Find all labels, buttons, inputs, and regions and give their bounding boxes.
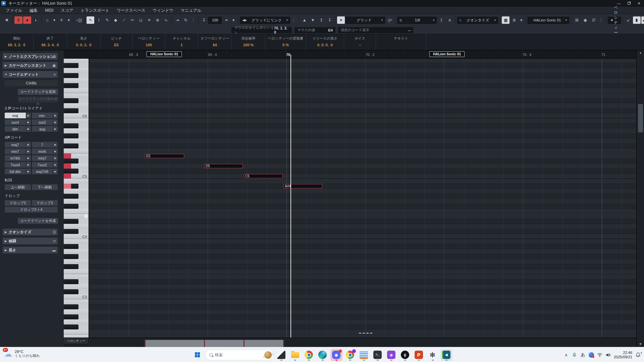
piano-key[interactable] bbox=[64, 299, 89, 304]
info-field-0[interactable]: 開始69. 3. 2. 0 bbox=[0, 34, 34, 50]
chord-button-7sus4[interactable]: 7sus4 bbox=[5, 162, 31, 168]
part-badge[interactable]: HALion Sonic 01 bbox=[147, 51, 182, 57]
piano-key[interactable] bbox=[64, 98, 78, 103]
piano-key[interactable] bbox=[64, 68, 89, 73]
velocity-bar[interactable] bbox=[145, 340, 146, 347]
chord-button-7sus2[interactable]: 7sus2 bbox=[32, 162, 58, 168]
solo-editor-button[interactable]: S bbox=[14, 16, 22, 24]
auto-scroll-button[interactable]: ⇥ bbox=[173, 16, 181, 24]
menu-item-3[interactable]: スコア bbox=[57, 7, 77, 14]
grid-link-select[interactable]: ◀▶グリッドにリンク▾ bbox=[240, 17, 290, 24]
piano-key[interactable] bbox=[64, 59, 89, 63]
piano-key[interactable] bbox=[64, 204, 78, 209]
show-note-exp-button[interactable]: ▦ bbox=[502, 16, 509, 24]
cc-lane-button[interactable]: ●ベロシティー bbox=[608, 17, 621, 24]
app-cubase[interactable]: ◀ bbox=[440, 349, 452, 361]
midi-note-A#4[interactable]: A#4 bbox=[283, 184, 322, 188]
chord-voicing-arrow-icon[interactable] bbox=[53, 113, 58, 118]
close-button[interactable]: ✕ bbox=[634, 0, 644, 7]
mouse-time-position-field[interactable]: マウスのタイムポジション 70. 1. 3. 0 bbox=[231, 27, 292, 33]
app-capture[interactable] bbox=[275, 349, 287, 361]
acoustic-feedback-button[interactable]: ◗ bbox=[32, 16, 40, 24]
menu-item-6[interactable]: ウィンドウ bbox=[149, 7, 177, 14]
piano-key[interactable] bbox=[64, 324, 78, 329]
chord-voicing-arrow-icon[interactable] bbox=[26, 148, 31, 154]
menu-item-5[interactable]: ワークスペース bbox=[113, 7, 149, 14]
length-quantize-select[interactable]: Lクオンタイズ▾ bbox=[457, 17, 498, 24]
piano-key[interactable] bbox=[64, 108, 78, 113]
search-box[interactable] bbox=[205, 350, 274, 360]
piano-key[interactable] bbox=[64, 189, 89, 194]
piano-key[interactable] bbox=[64, 63, 78, 68]
menu-item-7[interactable]: マニュアル bbox=[177, 7, 205, 14]
part-mode-caret-button[interactable]: ▾ bbox=[66, 16, 71, 24]
info-field-11[interactable]: テキスト bbox=[376, 34, 426, 50]
chord-button-sus2[interactable]: sus2 bbox=[32, 119, 58, 125]
info-field-4[interactable]: ベロシティー100 bbox=[132, 34, 165, 50]
speaker-icon[interactable] bbox=[605, 353, 611, 357]
inspector-section-note-expression[interactable]: ▶ノートエクスプレッション▨ bbox=[3, 53, 58, 60]
piano-key[interactable] bbox=[64, 264, 78, 269]
chord-button-min6[interactable]: min6 bbox=[32, 148, 58, 154]
chord-voicing-arrow-icon[interactable] bbox=[53, 155, 58, 161]
chord-voicing-arrow-icon[interactable] bbox=[53, 142, 58, 147]
chord-button-minj7[interactable]: minj7 bbox=[32, 155, 58, 161]
grid-type-select[interactable]: グリッド▾ bbox=[345, 17, 385, 24]
glue-tool[interactable]: ⊔ bbox=[137, 16, 145, 24]
piano-key[interactable] bbox=[64, 279, 78, 284]
inspector-section-transpose[interactable]: ▶移調⊓ bbox=[3, 238, 58, 244]
piano-key[interactable] bbox=[64, 249, 89, 254]
move-up-button[interactable]: ▲ bbox=[301, 16, 308, 24]
piano-key[interactable] bbox=[64, 209, 89, 214]
midi-note-D5[interactable]: D5 bbox=[204, 164, 243, 168]
chord-voicing-arrow-icon[interactable] bbox=[26, 155, 31, 161]
app-chrome[interactable] bbox=[303, 349, 315, 361]
menu-item-0[interactable]: ファイル bbox=[2, 7, 26, 14]
inspector-section-scale-assistant[interactable]: ▶スケールアシスタント▣ bbox=[3, 62, 58, 69]
info-field-5[interactable]: チャンネル1 bbox=[165, 34, 198, 50]
piano-key[interactable] bbox=[64, 244, 78, 249]
search-input[interactable] bbox=[215, 353, 262, 357]
velocity-lane[interactable]: ベロシティー bbox=[64, 338, 636, 347]
clock[interactable]: 22:46 2025/09/21 bbox=[614, 351, 632, 359]
timeline-ruler[interactable]: 69 . 369 . 47070 . 270 . 471HALion Sonic… bbox=[89, 50, 636, 59]
piano-key[interactable] bbox=[64, 254, 78, 259]
chord-button-maj7/#5[interactable]: maj7/#5 bbox=[32, 169, 58, 174]
comp-tool[interactable]: ∿ bbox=[162, 16, 170, 24]
chord-button-maj7[interactable]: maj7 bbox=[5, 142, 31, 147]
swing-button[interactable]: ⁒ bbox=[437, 16, 445, 24]
part-badge[interactable]: HALion Sonic 01 bbox=[429, 51, 465, 57]
chord-button-maj[interactable]: maj bbox=[5, 113, 31, 118]
kebab-icon[interactable]: ⋮ bbox=[598, 16, 604, 24]
velocity-bar[interactable] bbox=[204, 340, 205, 347]
insert-velocity-icon[interactable]: ↧ bbox=[200, 16, 208, 24]
part-caret-button[interactable]: ▾ bbox=[52, 16, 57, 24]
chord-button-m7/b5[interactable]: m7/b5 bbox=[5, 155, 31, 161]
piano-key[interactable] bbox=[64, 133, 78, 138]
app-explorer[interactable] bbox=[289, 349, 301, 361]
split-tool[interactable]: ✂ bbox=[128, 16, 136, 24]
app-discord[interactable]: ☻ bbox=[330, 349, 342, 361]
chord-button-min7[interactable]: min7 bbox=[5, 148, 31, 154]
piano-key[interactable] bbox=[64, 83, 78, 88]
lower-zone-toggle[interactable]: ▬ bbox=[641, 16, 644, 24]
piano-key[interactable]: C4 bbox=[64, 234, 89, 239]
app-edge[interactable] bbox=[317, 349, 329, 361]
piano-key[interactable] bbox=[64, 269, 89, 274]
piano-key[interactable] bbox=[64, 239, 89, 244]
inspector-section-quantize[interactable]: ▶クオンタイズQ bbox=[3, 229, 58, 235]
piano-key[interactable] bbox=[64, 179, 89, 184]
piano-key[interactable] bbox=[64, 103, 89, 108]
chord-voicing-arrow-icon[interactable] bbox=[26, 169, 31, 174]
iterative-quantize-button[interactable]: e bbox=[446, 16, 453, 24]
piano-key[interactable] bbox=[64, 319, 89, 324]
add-chord-track-button[interactable]: コードトラックを追加 bbox=[18, 89, 58, 95]
record-in-editor-button[interactable]: ● bbox=[23, 16, 31, 24]
piano-key[interactable] bbox=[64, 93, 89, 98]
playhead-cursor[interactable] bbox=[290, 55, 291, 338]
chord-voicing-arrow-icon[interactable] bbox=[53, 126, 58, 132]
piano-key[interactable] bbox=[64, 199, 89, 204]
chord-voicing-arrow-icon[interactable] bbox=[26, 113, 31, 118]
info-field-1[interactable]: 終了69. 3. 4. 0 bbox=[34, 34, 67, 50]
snap-relative-button[interactable]: -|+ bbox=[386, 16, 393, 24]
